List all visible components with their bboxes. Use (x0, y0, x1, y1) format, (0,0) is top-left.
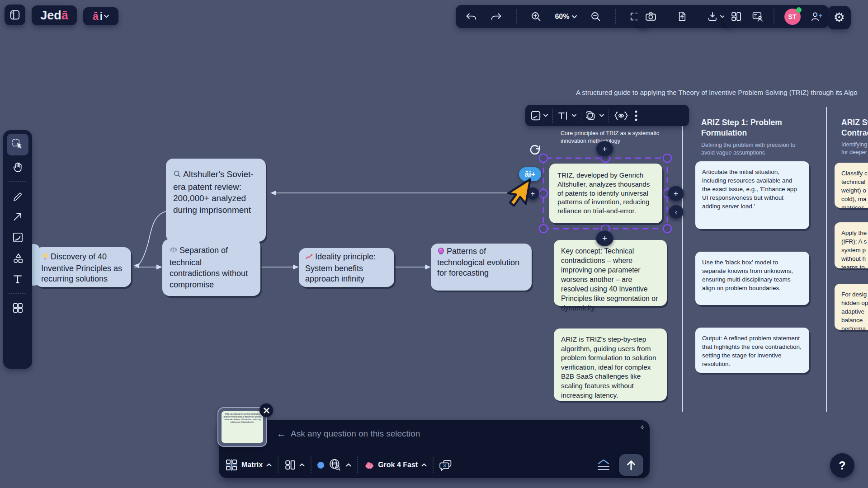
selection-handle[interactable] (663, 154, 671, 162)
globe-label: www (331, 461, 338, 464)
app-logo[interactable]: Jedā (32, 5, 77, 25)
code-eye-icon (613, 111, 629, 121)
mindmap-node-key-concept[interactable]: Key concept: Technical contradictions – … (554, 240, 667, 306)
regenerate-button[interactable] (528, 143, 542, 156)
brain-icon (364, 460, 374, 469)
collapse-panel-button[interactable] (594, 459, 613, 471)
zoom-in-button[interactable] (531, 11, 542, 22)
collapse-branch-button[interactable]: ‹ (669, 205, 684, 219)
collaborator-cursor-icon (497, 174, 533, 210)
gear-icon: ⚙ (833, 11, 844, 24)
web-search-dropdown[interactable]: www (317, 458, 351, 472)
avatar[interactable]: ST (784, 9, 801, 25)
undo-button[interactable] (465, 10, 477, 23)
column-card[interactable]: Apply the (IFR): A s system p without h … (835, 222, 868, 268)
prompt-input[interactable]: ← Ask any question on this selection (277, 428, 420, 439)
column-subtitle[interactable]: Identifying for deeper (841, 141, 868, 156)
column-card[interactable]: Articulate the initial situation, includ… (695, 161, 809, 229)
add-node-top-button[interactable]: + (596, 141, 613, 157)
presentation-icon (752, 11, 764, 22)
redo-button[interactable] (491, 10, 503, 23)
ai-menu-accent: ā (93, 10, 99, 23)
zoom-level-dropdown[interactable]: 60% (555, 13, 577, 21)
column-title[interactable]: ARIZ Step 1: Problem Formulation (701, 117, 798, 138)
zoom-out-icon (590, 11, 601, 22)
selection-handle[interactable] (539, 189, 547, 197)
mindmap-node-triz-selected[interactable]: TRIZ, developed by Genrich Altshuller, a… (549, 164, 662, 223)
add-node-right-button[interactable]: + (668, 186, 684, 202)
model-dropdown[interactable]: Grok 4 Fast (364, 460, 427, 469)
code-eye-button[interactable] (613, 111, 629, 121)
sidebar-toggle-button[interactable] (5, 5, 25, 25)
eject-icon (594, 459, 613, 471)
settings-button[interactable]: ⚙ (827, 6, 851, 29)
tool-templates[interactable] (7, 298, 28, 317)
selection-handle[interactable] (663, 225, 671, 233)
chevron-up-icon (266, 463, 272, 467)
pen-icon (12, 190, 24, 202)
presentation-button[interactable] (752, 11, 764, 22)
mindmap-node-separation[interactable]: Separation of technical contradictions w… (162, 239, 260, 296)
ai-menu-button[interactable]: āi (83, 7, 118, 25)
column-card[interactable]: Use the 'black box' model to separate kn… (695, 252, 809, 305)
crystal-ball-icon (437, 247, 445, 258)
divider (433, 457, 434, 473)
layout-dropdown[interactable] (284, 459, 305, 471)
chart-up-icon (305, 253, 313, 263)
more-menu-button[interactable] (634, 110, 638, 122)
mindmap-node-ariz[interactable]: ARIZ is TRIZ's step-by-step algorithm, g… (554, 328, 667, 401)
tool-text[interactable] (7, 269, 28, 288)
submit-prompt-button[interactable] (619, 454, 643, 476)
column-title[interactable]: ARIZ Ste Contrac (841, 117, 868, 138)
column-card[interactable]: For desig hidden op adaptive balance per… (835, 284, 868, 330)
divider (581, 109, 581, 122)
board-header-text[interactable]: A structured guide to applying the Theor… (576, 89, 858, 96)
image-fill-icon (530, 110, 542, 122)
import-button[interactable] (676, 11, 688, 22)
layout-panels-button[interactable] (731, 11, 742, 22)
tool-select[interactable] (7, 134, 28, 155)
tool-shapes[interactable] (7, 249, 28, 267)
sidebar-toggle-icon (9, 9, 21, 21)
tool-image[interactable] (7, 228, 28, 247)
zoom-out-button[interactable] (590, 11, 601, 22)
mindmap-node-ideality[interactable]: Ideality principle: System benefits appr… (299, 248, 394, 287)
mode-dropdown-matrix[interactable]: Matrix (225, 459, 272, 471)
whiteboard-canvas[interactable]: A structured guide to applying the Theor… (0, 0, 868, 488)
comment-toggle-button[interactable] (439, 459, 453, 471)
selected-node-label: Core principles of TRIZ as a systematic … (561, 130, 660, 145)
column-card[interactable]: Output: A refined problem statement that… (695, 328, 809, 373)
mindmap-node-discovery[interactable]: Discovery of 40 Inventive Principles as … (35, 247, 131, 287)
help-button[interactable]: ? (830, 453, 854, 478)
bulb-icon (41, 253, 49, 263)
text-style-button[interactable] (557, 110, 576, 121)
selection-handle[interactable] (539, 225, 547, 233)
invite-button[interactable] (810, 11, 822, 23)
screenshot-button[interactable] (645, 10, 657, 23)
tool-arrow[interactable] (7, 207, 28, 226)
mindmap-node-patterns[interactable]: Patterns of technological evolution for … (431, 244, 532, 291)
remove-selection-button[interactable] (259, 404, 273, 417)
fill-style-button[interactable] (530, 110, 548, 122)
add-node-bottom-button[interactable]: + (596, 230, 613, 246)
tool-pen[interactable] (7, 186, 28, 205)
node-context-toolbar (525, 105, 689, 126)
chevron-up-icon (346, 463, 351, 467)
divider (552, 109, 553, 122)
download-button[interactable] (707, 11, 725, 23)
arrow-icon (12, 211, 24, 222)
thumbnail-text: TRIZ, developed by Genrich Altshuller, a… (222, 411, 263, 443)
divider (516, 9, 517, 24)
chevron-down-icon (572, 114, 576, 117)
chevron-down-icon (599, 114, 604, 117)
shape-style-button[interactable] (586, 110, 604, 122)
zoom-in-icon (531, 11, 542, 22)
mindmap-node-patent-review[interactable]: Altshuller's Soviet-era patent review: 2… (166, 159, 266, 242)
column-separator (826, 107, 827, 412)
collab-toolbar: ST (724, 5, 829, 28)
prompt-placeholder: Ask any question on this selection (291, 429, 420, 439)
column-card[interactable]: Classify c technical weight) o cold), ma… (835, 163, 868, 208)
tool-hand[interactable] (7, 157, 28, 176)
resize-handle-icon[interactable] (637, 425, 644, 432)
column-subtitle[interactable]: Defining the problem with precision to a… (701, 141, 809, 156)
